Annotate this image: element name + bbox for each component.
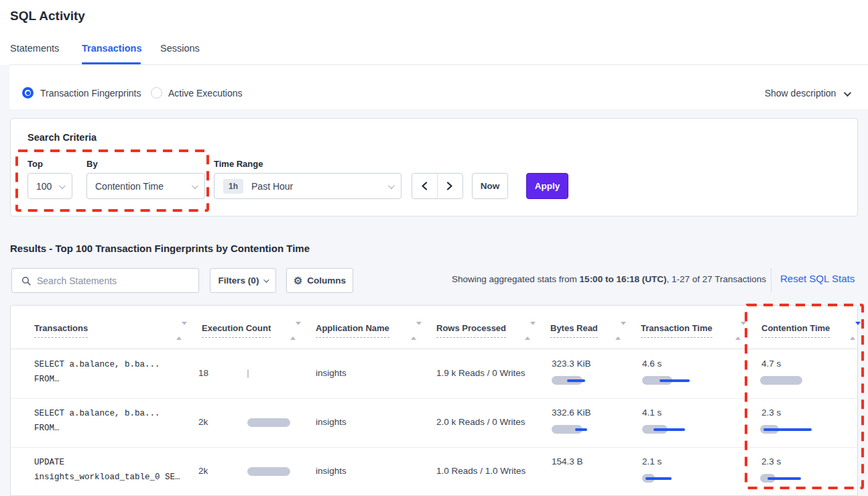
search-criteria-panel: Search Criteria Top 100 By Contention Ti…	[10, 118, 858, 216]
chevron-down-icon	[192, 182, 198, 189]
apply-button[interactable]: Apply	[526, 173, 568, 199]
transaction-fingerprint-link[interactable]: SELECT a.balance, b.ba...FROM…	[34, 406, 160, 436]
cell-transaction-time: 4.6 s	[642, 359, 662, 369]
time-range-label: Time Range	[214, 159, 263, 169]
page-header: SQL Activity Statements Transactions Ses…	[0, 0, 868, 65]
sort-icon-rows-processed[interactable]	[525, 325, 531, 337]
search-icon	[21, 276, 31, 286]
cell-application-name: insights	[316, 466, 347, 476]
chevron-left-icon	[421, 182, 428, 190]
cell-execution-count: 18	[198, 368, 208, 378]
table-row: UPDATEinsights_workload_table_0 SE… 2k i…	[11, 447, 857, 496]
cell-rows-processed: 1.9 k Reads / 0 Writes	[436, 368, 525, 378]
tab-transactions[interactable]: Transactions	[82, 43, 141, 54]
column-header-transaction-time[interactable]: Transaction Time	[641, 323, 712, 338]
stats-time-range: 15:00 to 16:18 (UTC)	[580, 274, 667, 284]
cell-rows-processed: 1.0 Reads / 1.0 Writes	[436, 466, 525, 476]
previous-time-range-button[interactable]	[412, 174, 438, 198]
columns-button[interactable]: ⚙ Columns	[286, 268, 353, 293]
top-select[interactable]: 100	[27, 173, 72, 199]
cell-bytes-read: 332.6 KiB	[552, 408, 591, 418]
table-row: SELECT a.balance, b.ba...FROM… 2k insigh…	[11, 398, 857, 447]
column-header-rows-processed[interactable]: Rows Processed	[436, 323, 506, 338]
results-heading: Results - Top 100 Transaction Fingerprin…	[10, 243, 310, 254]
chevron-right-icon	[446, 182, 453, 190]
time-range-select[interactable]: 1h Past Hour	[214, 173, 401, 199]
column-header-transactions[interactable]: Transactions	[34, 323, 88, 338]
top-label: Top	[27, 159, 43, 169]
by-select-value: Contention Time	[95, 181, 164, 192]
aggregated-stats-text: Showing aggregated stats from 15:00 to 1…	[452, 274, 766, 284]
cell-execution-count: 2k	[198, 466, 208, 476]
row-separator	[11, 447, 857, 448]
sort-icon-contention-time-desc[interactable]	[850, 325, 856, 337]
top-select-value: 100	[36, 181, 52, 192]
chevron-down-icon	[59, 182, 66, 189]
search-criteria-title: Search Criteria	[27, 132, 97, 143]
column-header-contention-time[interactable]: Contention Time	[761, 323, 830, 338]
show-description-label: Show description	[765, 88, 836, 99]
filters-button-label: Filters (0)	[219, 275, 259, 286]
column-header-bytes-read[interactable]: Bytes Read	[550, 323, 598, 338]
by-label: By	[86, 159, 98, 169]
filters-button[interactable]: Filters (0)	[210, 268, 276, 293]
chevron-down-icon	[388, 182, 395, 189]
sort-icon-transaction-time[interactable]	[735, 325, 741, 337]
cell-transaction-time: 4.1 s	[642, 408, 662, 418]
radio-active-executions[interactable]	[151, 87, 162, 99]
page-title: SQL Activity	[10, 9, 85, 23]
row-separator	[11, 398, 857, 399]
cell-contention-time: 2.3 s	[761, 408, 781, 418]
column-header-application-name[interactable]: Application Name	[316, 323, 389, 338]
table-row: SELECT a.balance, b.ba...FROM… 18 insigh…	[11, 349, 857, 398]
cell-transaction-time: 2.1 s	[642, 456, 662, 467]
cell-application-name: insights	[316, 417, 347, 427]
search-statements-input[interactable]	[37, 275, 184, 286]
next-time-range-button[interactable]	[438, 174, 463, 198]
time-range-stepper	[412, 173, 463, 199]
time-range-badge: 1h	[223, 179, 243, 194]
transaction-fingerprint-link[interactable]: UPDATEinsights_workload_table_0 SE…	[34, 455, 180, 485]
show-description-toggle[interactable]: Show description	[765, 88, 849, 99]
gear-icon: ⚙	[294, 275, 302, 286]
radio-transaction-fingerprints[interactable]	[22, 87, 34, 99]
view-toggle-bar: Transaction Fingerprints Active Executio…	[9, 65, 868, 109]
transactions-table: Transactions Execution Count Application…	[10, 305, 858, 496]
cell-contention-time: 2.3 s	[761, 456, 781, 467]
toolbar-divider	[771, 268, 771, 292]
transaction-fingerprint-link[interactable]: SELECT a.balance, b.ba...FROM…	[34, 357, 160, 387]
cell-bytes-read: 323.3 KiB	[552, 359, 591, 369]
sort-icon-bytes-read[interactable]	[615, 325, 621, 337]
tab-statements[interactable]: Statements	[10, 43, 59, 54]
time-range-value: Past Hour	[251, 181, 293, 192]
chevron-down-icon	[264, 277, 269, 282]
cell-contention-time: 4.7 s	[761, 359, 781, 369]
reset-sql-stats-link[interactable]: Reset SQL Stats	[780, 273, 855, 284]
cell-rows-processed: 2.0 k Reads / 0 Writes	[436, 417, 525, 427]
search-statements-box	[11, 268, 199, 293]
cell-bytes-read: 154.3 B	[552, 456, 583, 467]
chevron-down-icon	[844, 89, 851, 97]
cell-execution-count: 2k	[198, 417, 208, 427]
sort-icon-transactions[interactable]	[176, 325, 182, 337]
tab-sessions[interactable]: Sessions	[160, 43, 200, 54]
now-button[interactable]: Now	[472, 173, 508, 199]
by-select[interactable]: Contention Time	[86, 173, 205, 199]
sort-icon-execution-count[interactable]	[290, 325, 296, 337]
radio-label-active-executions[interactable]: Active Executions	[168, 88, 243, 99]
columns-button-label: Columns	[307, 275, 346, 286]
radio-label-transaction-fingerprints[interactable]: Transaction Fingerprints	[40, 88, 141, 99]
sort-icon-application-name[interactable]	[411, 325, 417, 337]
column-header-execution-count[interactable]: Execution Count	[202, 323, 271, 338]
cell-application-name: insights	[316, 368, 347, 378]
